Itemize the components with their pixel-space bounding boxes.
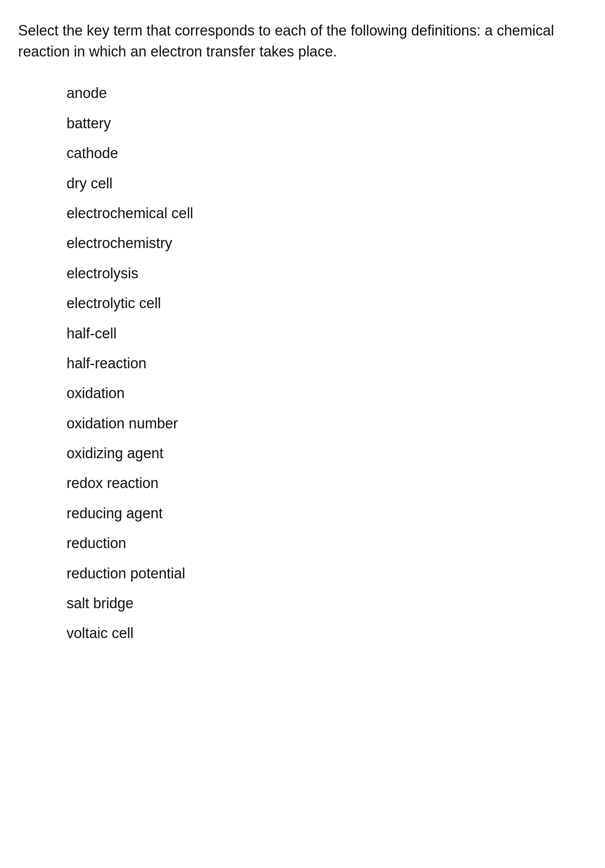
option-item-reduction[interactable]: reduction	[18, 528, 587, 558]
option-item-oxidation[interactable]: oxidation	[18, 378, 587, 408]
option-item-electrolysis[interactable]: electrolysis	[18, 259, 587, 288]
option-item-dry-cell[interactable]: dry cell	[18, 169, 587, 198]
option-item-electrochemistry[interactable]: electrochemistry	[18, 228, 587, 258]
option-item-oxidizing-agent[interactable]: oxidizing agent	[18, 438, 587, 468]
options-list: anodebatterycathodedry cellelectrochemic…	[18, 78, 587, 648]
option-item-electrochemical-cell[interactable]: electrochemical cell	[18, 198, 587, 228]
option-item-voltaic-cell[interactable]: voltaic cell	[18, 618, 587, 648]
option-item-redox-reaction[interactable]: redox reaction	[18, 468, 587, 498]
option-item-half-cell[interactable]: half-cell	[18, 319, 587, 348]
option-item-cathode[interactable]: cathode	[18, 138, 587, 168]
option-item-half-reaction[interactable]: half-reaction	[18, 348, 587, 378]
prompt-text: Select the key term that corresponds to …	[18, 20, 587, 62]
option-item-reduction-potential[interactable]: reduction potential	[18, 559, 587, 588]
option-item-salt-bridge[interactable]: salt bridge	[18, 588, 587, 618]
option-item-reducing-agent[interactable]: reducing agent	[18, 499, 587, 528]
option-item-anode[interactable]: anode	[18, 78, 587, 108]
option-item-battery[interactable]: battery	[18, 108, 587, 138]
option-item-oxidation-number[interactable]: oxidation number	[18, 409, 587, 438]
option-item-electrolytic-cell[interactable]: electrolytic cell	[18, 288, 587, 318]
